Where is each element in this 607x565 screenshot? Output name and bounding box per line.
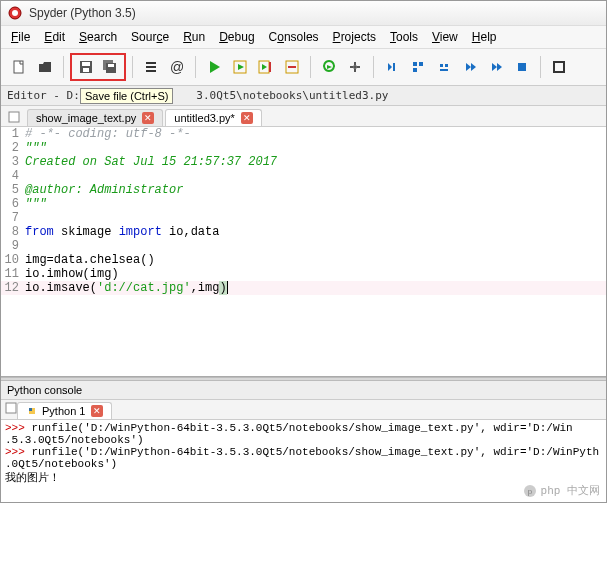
debug-config-button[interactable] <box>343 55 367 79</box>
console-line: 我的图片！ <box>5 470 602 485</box>
window-title: Spyder (Python 3.5) <box>29 6 136 20</box>
svg-text:p: p <box>527 487 532 496</box>
code-line[interactable]: 6""" <box>1 197 606 211</box>
code-line[interactable]: 9 <box>1 239 606 253</box>
code-text[interactable]: @author: Administrator <box>25 183 606 197</box>
code-line[interactable]: 5@author: Administrator <box>1 183 606 197</box>
separator <box>310 56 311 78</box>
continue-button[interactable] <box>458 55 482 79</box>
menu-view[interactable]: View <box>432 30 458 44</box>
watermark: p php 中文网 <box>523 483 600 498</box>
code-line[interactable]: 2""" <box>1 141 606 155</box>
file-tab-label: show_image_text.py <box>36 112 136 124</box>
python-icon <box>26 405 38 417</box>
run-cell-button[interactable] <box>228 55 252 79</box>
svg-rect-27 <box>445 64 448 67</box>
svg-marker-16 <box>262 64 267 70</box>
debug-stop-button[interactable] <box>510 55 534 79</box>
code-line[interactable]: 1# -*- coding: utf-8 -*- <box>1 127 606 141</box>
code-text[interactable]: io.imsave('d://cat.jpg',img) <box>25 281 606 295</box>
code-line[interactable]: 4 <box>1 169 606 183</box>
run-selection-button[interactable] <box>280 55 304 79</box>
console-line: .0Qt5/notebooks') <box>5 458 602 470</box>
line-number: 5 <box>1 183 25 197</box>
menu-edit[interactable]: Edit <box>44 30 65 44</box>
code-line[interactable]: 8from skimage import io,data <box>1 225 606 239</box>
svg-marker-30 <box>492 63 497 71</box>
menu-consoles[interactable]: Consoles <box>269 30 319 44</box>
line-number: 7 <box>1 211 25 225</box>
menu-source[interactable]: Source <box>131 30 169 44</box>
file-tab-active[interactable]: untitled3.py* ✕ <box>165 109 262 126</box>
code-text[interactable] <box>25 169 606 183</box>
separator <box>195 56 196 78</box>
code-text[interactable]: Created on Sat Jul 15 21:57:37 2017 <box>25 155 606 169</box>
save-all-button[interactable] <box>98 55 122 79</box>
svg-point-1 <box>12 10 18 16</box>
console-tab[interactable]: Python 1 ✕ <box>17 402 112 419</box>
line-number: 4 <box>1 169 25 183</box>
svg-rect-26 <box>440 64 443 67</box>
svg-rect-8 <box>108 64 114 67</box>
svg-rect-33 <box>554 62 564 72</box>
close-icon[interactable]: ✕ <box>142 112 154 124</box>
stop-button[interactable] <box>484 55 508 79</box>
console-line: >>> runfile('D:/WinPython-64bit-3.5.3.0Q… <box>5 422 602 434</box>
menu-help[interactable]: Help <box>472 30 497 44</box>
tab-list-button[interactable] <box>5 108 23 126</box>
file-tab-bar: show_image_text.py ✕ untitled3.py* ✕ <box>1 106 606 127</box>
app-icon <box>7 5 23 21</box>
svg-marker-28 <box>466 63 471 71</box>
code-text[interactable]: img=data.chelsea() <box>25 253 606 267</box>
run-cell-advance-button[interactable] <box>254 55 278 79</box>
save-button[interactable] <box>74 55 98 79</box>
titlebar: Spyder (Python 3.5) <box>1 1 606 26</box>
line-number: 8 <box>1 225 25 239</box>
svg-rect-35 <box>6 403 16 413</box>
menu-tools[interactable]: Tools <box>390 30 418 44</box>
code-line[interactable]: 10img=data.chelsea() <box>1 253 606 267</box>
code-editor[interactable]: 1# -*- coding: utf-8 -*-2"""3Created on … <box>1 127 606 377</box>
console-panel: Python console Python 1 ✕ >>> runfile('D… <box>1 381 606 502</box>
menubar: File Edit Search Source Run Debug Consol… <box>1 26 606 49</box>
menu-debug[interactable]: Debug <box>219 30 254 44</box>
debug-button[interactable] <box>317 55 341 79</box>
code-text[interactable]: """ <box>25 197 606 211</box>
code-line[interactable]: 11io.imhow(img) <box>1 267 606 281</box>
open-file-button[interactable] <box>33 55 57 79</box>
menu-run[interactable]: Run <box>183 30 205 44</box>
svg-rect-34 <box>9 112 19 122</box>
at-icon[interactable]: @ <box>165 55 189 79</box>
code-line[interactable]: 3Created on Sat Jul 15 21:57:37 2017 <box>1 155 606 169</box>
menu-file[interactable]: File <box>11 30 30 44</box>
code-text[interactable] <box>25 239 606 253</box>
file-tab[interactable]: show_image_text.py ✕ <box>27 109 163 126</box>
maximize-pane-button[interactable] <box>547 55 571 79</box>
line-number: 11 <box>1 267 25 281</box>
code-line[interactable]: 7 <box>1 211 606 225</box>
close-icon[interactable]: ✕ <box>91 405 103 417</box>
app-window: Spyder (Python 3.5) File Edit Search Sou… <box>0 0 607 503</box>
code-text[interactable] <box>25 211 606 225</box>
code-text[interactable]: # -*- coding: utf-8 -*- <box>25 127 606 141</box>
code-text[interactable]: """ <box>25 141 606 155</box>
line-number: 9 <box>1 239 25 253</box>
console-output[interactable]: >>> runfile('D:/WinPython-64bit-3.5.3.0Q… <box>1 420 606 502</box>
run-button[interactable] <box>202 55 226 79</box>
menu-projects[interactable]: Projects <box>333 30 376 44</box>
code-text[interactable]: io.imhow(img) <box>25 267 606 281</box>
menu-search[interactable]: Search <box>79 30 117 44</box>
list-icon[interactable] <box>139 55 163 79</box>
close-icon[interactable]: ✕ <box>241 112 253 124</box>
save-highlight <box>70 53 126 81</box>
new-file-button[interactable] <box>7 55 31 79</box>
code-line[interactable]: 12io.imsave('d://cat.jpg',img) <box>1 281 606 295</box>
console-tab-label: Python 1 <box>42 405 85 417</box>
step-into-button[interactable] <box>406 55 430 79</box>
step-over-button[interactable] <box>380 55 404 79</box>
code-text[interactable]: from skimage import io,data <box>25 225 606 239</box>
step-out-button[interactable] <box>432 55 456 79</box>
separator <box>373 56 374 78</box>
file-tab-label: untitled3.py* <box>174 112 235 124</box>
tab-list-button[interactable] <box>5 402 17 419</box>
